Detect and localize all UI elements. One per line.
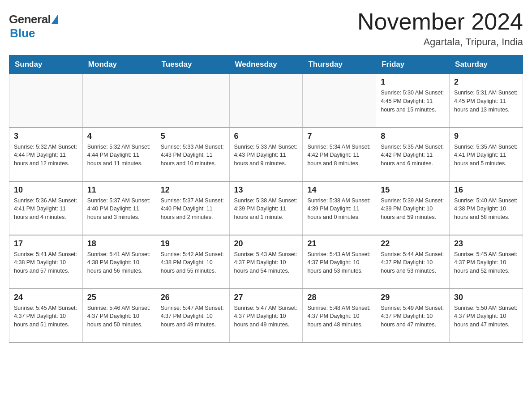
day-number: 12 [161,185,225,195]
calendar-week-row: 24Sunrise: 5:45 AM Sunset: 4:37 PM Dayli… [9,289,523,342]
day-number: 24 [14,293,78,302]
day-number: 21 [307,239,371,248]
calendar-header-row: Sunday Monday Tuesday Wednesday Thursday… [9,56,523,74]
col-saturday: Saturday [450,56,523,74]
day-info: Sunrise: 5:35 AM Sunset: 4:42 PM Dayligh… [381,143,445,168]
table-row [156,74,229,128]
day-number: 14 [307,185,371,195]
table-row: 7Sunrise: 5:34 AM Sunset: 4:42 PM Daylig… [303,128,376,181]
table-row: 2Sunrise: 5:31 AM Sunset: 4:45 PM Daylig… [450,74,523,128]
day-number: 20 [234,239,298,248]
day-info: Sunrise: 5:41 AM Sunset: 4:38 PM Dayligh… [87,250,151,275]
day-number: 11 [87,185,151,195]
col-wednesday: Wednesday [229,56,303,74]
table-row: 24Sunrise: 5:45 AM Sunset: 4:37 PM Dayli… [9,289,83,342]
day-number: 22 [381,239,445,248]
day-info: Sunrise: 5:49 AM Sunset: 4:37 PM Dayligh… [381,304,445,329]
month-title: November 2024 [357,9,523,34]
day-info: Sunrise: 5:48 AM Sunset: 4:37 PM Dayligh… [307,304,371,329]
table-row: 28Sunrise: 5:48 AM Sunset: 4:37 PM Dayli… [303,289,376,342]
table-row: 1Sunrise: 5:30 AM Sunset: 4:45 PM Daylig… [376,74,450,128]
header: General Blue November 2024 Agartala, Tri… [9,9,523,48]
day-number: 15 [381,185,445,195]
day-number: 2 [454,77,518,87]
table-row: 27Sunrise: 5:47 AM Sunset: 4:37 PM Dayli… [229,289,303,342]
logo-general-text: General [9,13,51,26]
day-info: Sunrise: 5:39 AM Sunset: 4:39 PM Dayligh… [381,197,445,222]
day-info: Sunrise: 5:35 AM Sunset: 4:41 PM Dayligh… [454,143,518,168]
table-row: 14Sunrise: 5:38 AM Sunset: 4:39 PM Dayli… [303,181,376,235]
day-info: Sunrise: 5:32 AM Sunset: 4:44 PM Dayligh… [87,143,151,168]
day-info: Sunrise: 5:45 AM Sunset: 4:37 PM Dayligh… [14,304,78,329]
day-info: Sunrise: 5:30 AM Sunset: 4:45 PM Dayligh… [381,89,445,114]
day-info: Sunrise: 5:50 AM Sunset: 4:37 PM Dayligh… [454,304,518,329]
table-row: 10Sunrise: 5:36 AM Sunset: 4:41 PM Dayli… [9,181,83,235]
day-number: 30 [454,293,518,302]
day-info: Sunrise: 5:37 AM Sunset: 4:40 PM Dayligh… [87,197,151,222]
day-info: Sunrise: 5:42 AM Sunset: 4:38 PM Dayligh… [161,250,225,275]
calendar-week-row: 1Sunrise: 5:30 AM Sunset: 4:45 PM Daylig… [9,74,523,128]
day-info: Sunrise: 5:43 AM Sunset: 4:37 PM Dayligh… [234,250,298,275]
day-number: 6 [234,132,298,141]
day-info: Sunrise: 5:47 AM Sunset: 4:37 PM Dayligh… [234,304,298,329]
table-row: 3Sunrise: 5:32 AM Sunset: 4:44 PM Daylig… [9,128,83,181]
calendar-week-row: 3Sunrise: 5:32 AM Sunset: 4:44 PM Daylig… [9,128,523,181]
col-monday: Monday [82,56,156,74]
day-number: 18 [87,239,151,248]
location-title: Agartala, Tripura, India [357,36,523,48]
day-number: 8 [381,132,445,141]
day-number: 23 [454,239,518,248]
day-info: Sunrise: 5:38 AM Sunset: 4:39 PM Dayligh… [307,197,371,222]
day-number: 4 [87,132,151,141]
day-info: Sunrise: 5:43 AM Sunset: 4:37 PM Dayligh… [307,250,371,275]
table-row: 20Sunrise: 5:43 AM Sunset: 4:37 PM Dayli… [229,235,303,289]
table-row: 22Sunrise: 5:44 AM Sunset: 4:37 PM Dayli… [376,235,450,289]
day-number: 3 [14,132,78,141]
calendar-week-row: 10Sunrise: 5:36 AM Sunset: 4:41 PM Dayli… [9,181,523,235]
table-row [9,74,83,128]
day-info: Sunrise: 5:38 AM Sunset: 4:39 PM Dayligh… [234,197,298,222]
day-info: Sunrise: 5:33 AM Sunset: 4:43 PM Dayligh… [234,143,298,168]
day-number: 13 [234,185,298,195]
day-info: Sunrise: 5:46 AM Sunset: 4:37 PM Dayligh… [87,304,151,329]
table-row: 15Sunrise: 5:39 AM Sunset: 4:39 PM Dayli… [376,181,450,235]
col-thursday: Thursday [303,56,376,74]
col-sunday: Sunday [9,56,83,74]
day-info: Sunrise: 5:33 AM Sunset: 4:43 PM Dayligh… [161,143,225,168]
day-number: 25 [87,293,151,302]
table-row: 9Sunrise: 5:35 AM Sunset: 4:41 PM Daylig… [450,128,523,181]
table-row: 23Sunrise: 5:45 AM Sunset: 4:37 PM Dayli… [450,235,523,289]
title-area: November 2024 Agartala, Tripura, India [357,9,523,48]
day-number: 28 [307,293,371,302]
table-row [229,74,303,128]
table-row: 6Sunrise: 5:33 AM Sunset: 4:43 PM Daylig… [229,128,303,181]
day-info: Sunrise: 5:34 AM Sunset: 4:42 PM Dayligh… [307,143,371,168]
day-info: Sunrise: 5:44 AM Sunset: 4:37 PM Dayligh… [381,250,445,275]
day-info: Sunrise: 5:45 AM Sunset: 4:37 PM Dayligh… [454,250,518,275]
table-row: 12Sunrise: 5:37 AM Sunset: 4:40 PM Dayli… [156,181,229,235]
day-info: Sunrise: 5:32 AM Sunset: 4:44 PM Dayligh… [14,143,78,168]
day-number: 16 [454,185,518,195]
day-number: 26 [161,293,225,302]
day-number: 29 [381,293,445,302]
calendar-table: Sunday Monday Tuesday Wednesday Thursday… [9,55,523,343]
day-number: 7 [307,132,371,141]
day-info: Sunrise: 5:41 AM Sunset: 4:38 PM Dayligh… [14,250,78,275]
table-row: 11Sunrise: 5:37 AM Sunset: 4:40 PM Dayli… [82,181,156,235]
day-number: 10 [14,185,78,195]
table-row: 5Sunrise: 5:33 AM Sunset: 4:43 PM Daylig… [156,128,229,181]
table-row: 16Sunrise: 5:40 AM Sunset: 4:38 PM Dayli… [450,181,523,235]
day-number: 5 [161,132,225,141]
table-row [303,74,376,128]
table-row: 21Sunrise: 5:43 AM Sunset: 4:37 PM Dayli… [303,235,376,289]
logo: General Blue [9,9,58,40]
table-row: 18Sunrise: 5:41 AM Sunset: 4:38 PM Dayli… [82,235,156,289]
day-info: Sunrise: 5:36 AM Sunset: 4:41 PM Dayligh… [14,197,78,222]
table-row: 29Sunrise: 5:49 AM Sunset: 4:37 PM Dayli… [376,289,450,342]
logo-triangle-icon [51,15,58,24]
col-tuesday: Tuesday [156,56,229,74]
day-number: 1 [381,77,445,87]
table-row: 4Sunrise: 5:32 AM Sunset: 4:44 PM Daylig… [82,128,156,181]
table-row: 8Sunrise: 5:35 AM Sunset: 4:42 PM Daylig… [376,128,450,181]
day-info: Sunrise: 5:40 AM Sunset: 4:38 PM Dayligh… [454,197,518,222]
